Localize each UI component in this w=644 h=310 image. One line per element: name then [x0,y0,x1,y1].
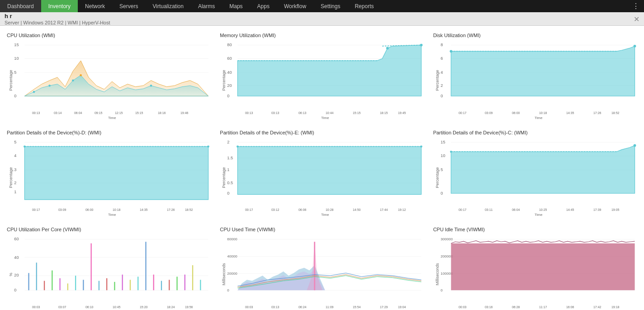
chart-title-cpu-wmi: CPU Utilization (WMI) [7,33,211,38]
chart-svg-cpu-idle-time: 300000 200000 100000 0 [440,234,637,302]
svg-text:19:56: 19:56 [185,305,193,309]
svg-text:60: 60 [14,237,19,241]
svg-text:Time: Time [535,116,543,120]
svg-point-38 [420,44,423,47]
svg-text:17:26: 17:26 [167,208,175,211]
chart-cpu-used-time: CPU Used Time (VIWMI) Milliseconds 60000… [218,224,426,310]
chart-grid: CPU Utilization (WMI) Percentage [5,30,639,310]
svg-text:0: 0 [14,288,16,292]
svg-text:00:17: 00:17 [32,208,40,211]
nav-alarms[interactable]: Alarms [191,0,222,12]
svg-text:06:06: 06:06 [298,208,307,211]
chart-svg-cpu-per-core: 60 40 20 0 [13,234,211,302]
svg-text:20: 20 [227,83,232,88]
chart-title-disk-wmi: Disk Utilization (WMI) [433,33,637,38]
yaxis-partition-e: Percentage [220,137,226,218]
svg-text:06:28: 06:28 [512,305,520,309]
nav-apps[interactable]: Apps [250,0,277,12]
svg-text:14:50: 14:50 [353,208,361,211]
svg-point-81 [207,145,209,148]
svg-marker-119 [451,145,635,193]
nav-more-icon[interactable]: ⋮ [628,2,644,10]
svg-text:15:54: 15:54 [353,305,361,309]
svg-point-37 [386,47,389,50]
chart-title-cpu-used-time: CPU Used Time (VIWMI) [220,227,424,232]
nav-virtualization[interactable]: Virtualization [145,0,190,12]
svg-text:00:03: 00:03 [245,305,253,309]
svg-text:15: 15 [440,139,445,144]
svg-text:18:15: 18:15 [380,111,388,114]
chart-disk-wmi: Disk Utilization (WMI) Percentage 8 6 4 … [431,30,639,123]
xaxis-label-cpu-wmi: 00:13 03:14 06:04 09:15 12:15 15:15 18:1… [13,109,211,121]
svg-text:14:45: 14:45 [566,208,574,211]
svg-text:60000: 60000 [227,237,238,241]
svg-text:03:09: 03:09 [58,208,66,211]
svg-text:10: 10 [14,56,19,61]
svg-text:0: 0 [227,191,230,195]
svg-text:0: 0 [227,288,230,292]
svg-text:19:18: 19:18 [611,305,620,309]
svg-text:03:13: 03:13 [271,305,279,309]
svg-point-102 [421,145,423,148]
svg-text:10:18: 10:18 [539,111,547,114]
svg-text:8: 8 [440,43,443,47]
svg-text:00:03: 00:03 [459,305,467,309]
svg-text:6: 6 [440,56,443,61]
nav-workflow[interactable]: Workflow [277,0,313,12]
chart-cpu-wmi: CPU Utilization (WMI) Percentage [5,30,213,123]
svg-text:17:26: 17:26 [593,111,601,114]
svg-text:03:12: 03:12 [271,208,279,211]
nav-inventory[interactable]: Inventory [41,0,78,12]
svg-text:40: 40 [227,70,232,75]
svg-text:19:04: 19:04 [398,305,406,309]
chart-partition-c: Partition Details of the Device(%)-C: (W… [431,128,639,220]
svg-text:15: 15 [14,43,19,47]
svg-text:15:15: 15:15 [353,111,361,114]
svg-text:00:13: 00:13 [245,111,253,114]
svg-point-59 [450,50,452,52]
svg-text:10:45: 10:45 [113,305,121,309]
chart-title-partition-c: Partition Details of the Device(%)-C: (W… [433,130,637,135]
svg-text:10: 10 [440,153,445,157]
svg-text:10:25: 10:25 [539,208,547,211]
nav-network[interactable]: Network [78,0,112,12]
svg-text:06:00: 06:00 [85,208,94,211]
close-button[interactable]: ✕ [634,14,639,23]
svg-text:03:13: 03:13 [271,111,279,114]
svg-text:0: 0 [14,94,16,98]
nav-maps[interactable]: Maps [222,0,250,12]
svg-text:1: 1 [227,167,230,172]
nav-settings[interactable]: Settings [313,0,347,12]
svg-text:5: 5 [14,70,16,75]
chart-title-partition-e: Partition Details of the Device(%)-E: (W… [220,130,424,135]
svg-text:1: 1 [14,190,16,194]
svg-text:0: 0 [440,94,443,98]
svg-text:00:17: 00:17 [245,208,253,211]
chart-memory-wmi: Memory Utilization (WMI) Percentage 80 6… [218,30,426,123]
svg-point-11 [48,85,51,87]
svg-text:40000: 40000 [227,254,238,258]
svg-text:11:09: 11:09 [326,305,334,309]
svg-text:2: 2 [227,139,230,144]
nav-servers[interactable]: Servers [112,0,145,12]
svg-text:Time: Time [108,116,116,120]
nav-dashboard[interactable]: Dashboard [0,0,41,12]
yaxis-memory-wmi: Percentage [220,40,226,121]
svg-text:18:52: 18:52 [185,208,193,211]
yaxis-partition-d: Percentage [7,137,13,218]
svg-text:17:39: 17:39 [593,208,601,211]
svg-text:60: 60 [227,56,232,61]
svg-point-12 [72,79,74,81]
svg-text:0: 0 [227,94,230,98]
svg-text:Time: Time [535,213,543,217]
svg-text:14:35: 14:35 [566,111,574,114]
chart-svg-partition-d: 5 4 3 2 1 [13,137,211,205]
svg-marker-34 [238,45,421,96]
svg-text:2: 2 [14,180,16,185]
svg-text:03:11: 03:11 [485,208,493,211]
svg-marker-99 [238,146,421,194]
svg-text:10:18: 10:18 [113,208,121,211]
svg-point-80 [24,145,26,148]
svg-point-13 [80,74,82,76]
nav-reports[interactable]: Reports [347,0,381,12]
